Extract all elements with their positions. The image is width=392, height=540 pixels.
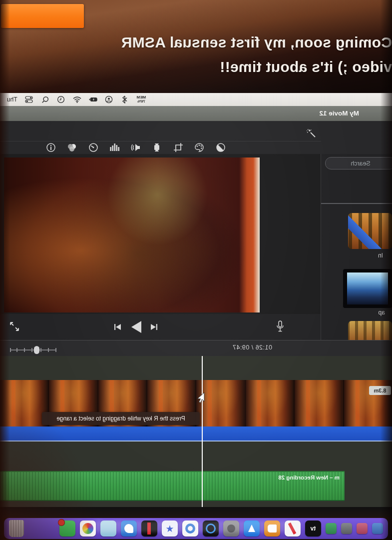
monitor-bezel xyxy=(0,507,392,517)
playhead[interactable] xyxy=(202,356,203,507)
watermark-badge-redacted xyxy=(1,4,84,28)
search-placeholder: Search xyxy=(351,160,371,167)
dock-icon-phone[interactable] xyxy=(59,520,75,536)
timeline: 8.3m Press the R key while dragging to s… xyxy=(0,356,392,507)
media-browser-sidebar: Search In ap xyxy=(321,154,392,340)
user-account-icon[interactable] xyxy=(105,96,113,104)
slider-knob[interactable] xyxy=(34,346,39,354)
notification-badge xyxy=(58,519,65,526)
info-icon[interactable] xyxy=(45,142,56,153)
play-icon[interactable] xyxy=(130,320,143,334)
media-thumbnail-mountains[interactable] xyxy=(343,269,392,308)
color-balance-icon[interactable] xyxy=(67,142,78,153)
spotlight-search-icon[interactable] xyxy=(41,96,49,104)
enhance-magic-wand-icon[interactable] xyxy=(306,128,317,139)
battery-icon[interactable] xyxy=(89,96,97,104)
audio-clip-label: m – New Recording 28 xyxy=(278,474,340,480)
screen: MEM 76% Thu xyxy=(0,93,392,540)
range-select-tooltip: Press the R key while dragging to select… xyxy=(42,412,200,425)
thumbnail-image xyxy=(347,272,388,304)
dock-icon-tv[interactable]: tv xyxy=(305,520,321,536)
speed-icon[interactable] xyxy=(88,142,99,153)
filters-icon[interactable] xyxy=(215,142,226,153)
main-content: Search In ap xyxy=(0,154,392,340)
clock-icon[interactable] xyxy=(57,96,65,104)
dock-icon[interactable] xyxy=(326,523,337,534)
dock-icon[interactable] xyxy=(357,523,368,534)
trash-icon[interactable] xyxy=(9,520,24,537)
bottom-watermark-redacted xyxy=(95,521,300,532)
timecode: 01:26 / 09:47 xyxy=(233,344,272,351)
filmstrip-frame xyxy=(295,380,344,426)
next-icon[interactable] xyxy=(114,323,122,331)
control-center-icon[interactable] xyxy=(25,96,33,104)
search-field[interactable]: Search xyxy=(325,157,392,170)
caption-text: Coming soon, my first sensual ASMR video… xyxy=(0,30,392,79)
tv-label: tv xyxy=(305,520,321,536)
media-label-2: ap xyxy=(379,309,385,316)
timeline-zoom-slider[interactable] xyxy=(10,347,56,349)
color-palette-icon[interactable] xyxy=(194,142,205,153)
equalizer-icon[interactable] xyxy=(109,142,120,153)
crop-icon[interactable] xyxy=(173,142,184,153)
stabilization-camera-icon[interactable] xyxy=(152,142,163,153)
clip-duration-chip: 8.3m xyxy=(369,386,391,395)
media-thumbnail-forest[interactable] xyxy=(348,213,392,249)
mouse-cursor-icon xyxy=(195,392,206,407)
timeline-toolbar xyxy=(0,340,392,356)
audio-clip[interactable]: m – New Recording 28 xyxy=(0,471,345,501)
viewer-pane xyxy=(0,154,321,314)
filmstrip-frame xyxy=(246,380,295,426)
menu-bar: MEM 76% Thu xyxy=(0,93,392,106)
media-thumbnail-partial[interactable] xyxy=(348,321,392,340)
media-label-1: In xyxy=(378,252,383,259)
volume-icon[interactable] xyxy=(130,142,141,153)
caption-line-1: Coming soon, my first sensual ASMR xyxy=(0,30,392,54)
browser-divider xyxy=(321,203,392,204)
microphone-icon[interactable] xyxy=(276,320,285,334)
dock-icon-photos[interactable] xyxy=(80,520,96,536)
fullscreen-icon[interactable] xyxy=(9,321,20,332)
caption-line-2: video ;) it's about time!! xyxy=(0,54,392,79)
previous-icon[interactable] xyxy=(150,323,158,331)
video-preview-placeholder[interactable] xyxy=(4,158,260,312)
bluetooth-icon[interactable] xyxy=(121,96,129,104)
menu-bar-date[interactable]: Thu xyxy=(7,96,17,103)
wifi-icon[interactable] xyxy=(73,96,81,104)
window-title: My Movie 12 xyxy=(319,110,359,117)
clip-audio-bar[interactable] xyxy=(0,426,392,442)
memory-monitor-item[interactable]: MEM 76% xyxy=(137,96,146,104)
adjustment-icons-row xyxy=(45,141,226,154)
dock-icon[interactable] xyxy=(341,523,352,534)
dock-icon[interactable] xyxy=(372,523,383,534)
transport-bar xyxy=(0,314,321,340)
photo-of-monitor: Coming soon, my first sensual ASMR video… xyxy=(0,0,392,540)
dock-zone: tv ★ xyxy=(0,517,392,540)
